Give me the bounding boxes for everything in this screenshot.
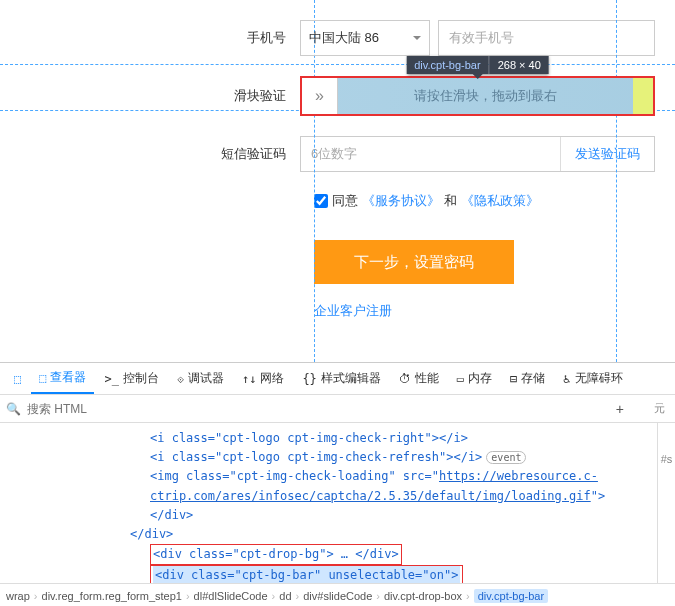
agree-mid: 和 [444,192,457,210]
slider-handle[interactable]: » [302,78,338,114]
event-badge[interactable]: event [486,451,526,464]
next-step-button[interactable]: 下一步，设置密码 [314,240,514,284]
html-line[interactable]: </div> [130,525,657,544]
html-line[interactable]: <i class="cpt-logo cpt-img-check-refresh… [150,448,657,467]
inspector-picker-icon[interactable]: ⬚ [6,363,29,394]
html-line[interactable]: <i class="cpt-logo cpt-img-check-right">… [150,429,657,448]
breadcrumb-item[interactable]: wrap [6,590,30,602]
html-tree[interactable]: <i class="cpt-logo cpt-img-check-right">… [0,423,657,583]
side-tab-1[interactable]: 元 [654,401,665,416]
slider-end-marker [633,78,653,114]
sms-label: 短信验证码 [0,145,300,163]
breadcrumb-item[interactable]: dl#dlSlideCode [194,590,268,602]
html-line[interactable]: <img class="cpt-img-check-loading" src="… [150,467,657,505]
phone-input[interactable]: 有效手机号 [438,20,655,56]
send-sms-button[interactable]: 发送验证码 [560,137,654,171]
breadcrumb-item-active[interactable]: div.cpt-bg-bar [474,589,548,603]
side-tab-2[interactable]: #s [658,453,675,465]
enterprise-signup-link[interactable]: 企业客户注册 [314,302,675,320]
sms-placeholder: 6位数字 [311,146,357,161]
country-select[interactable]: 中国大陆 86 [300,20,430,56]
breadcrumb-item[interactable]: div#slideCode [303,590,372,602]
breadcrumb-item[interactable]: div.reg_form.reg_form_step1 [42,590,182,602]
search-icon: 🔍 [6,402,21,416]
agree-text: 同意 [332,192,358,210]
html-line-highlighted[interactable]: <div class="cpt-drop-bg"> … </div> [150,544,657,565]
inspector-tooltip: div.cpt-bg-bar 268 × 40 [406,56,549,74]
slider-track-text: 请按住滑块，拖动到最右 [338,78,633,114]
tab-network[interactable]: ↑↓网络 [234,363,292,394]
tos-link[interactable]: 《服务协议》 [362,192,440,210]
html-search-input[interactable] [27,402,610,416]
tab-storage[interactable]: ⊟存储 [502,363,553,394]
phone-label: 手机号 [0,29,300,47]
breadcrumb-item[interactable]: dd [279,590,291,602]
tab-debugger[interactable]: ⟐调试器 [169,363,232,394]
tab-accessibility[interactable]: ♿无障碍环 [555,363,630,394]
tab-style-editor[interactable]: {}样式编辑器 [294,363,388,394]
html-line-selected[interactable]: <div class="cpt-bg-bar" unselectable="on… [150,565,657,583]
breadcrumb-item[interactable]: div.cpt-drop-box [384,590,462,602]
agree-checkbox[interactable] [314,194,328,208]
tooltip-selector: div.cpt-bg-bar [406,56,488,74]
sms-code-input[interactable]: 6位数字 [301,145,560,163]
tab-memory[interactable]: ▭内存 [449,363,500,394]
tab-performance[interactable]: ⏱性能 [391,363,447,394]
chevrons-right-icon: » [315,87,324,105]
add-rule-icon[interactable]: + [616,401,624,417]
phone-placeholder: 有效手机号 [449,29,514,47]
privacy-link[interactable]: 《隐私政策》 [461,192,539,210]
tooltip-size: 268 × 40 [489,56,549,74]
slider-captcha[interactable]: div.cpt-bg-bar 268 × 40 » 请按住滑块，拖动到最右 [300,76,655,116]
html-line[interactable]: </div> [150,506,657,525]
country-value: 中国大陆 86 [309,29,379,47]
breadcrumb-bar: wrap› div.reg_form.reg_form_step1› dl#dl… [0,583,675,606]
devtools-panel: ⬚ ⬚查看器 >_控制台 ⟐调试器 ↑↓网络 {}样式编辑器 ⏱性能 ▭内存 ⊟… [0,362,675,606]
tab-inspector[interactable]: ⬚查看器 [31,363,94,394]
slider-label: 滑块验证 [0,87,300,105]
tab-console[interactable]: >_控制台 [96,363,166,394]
